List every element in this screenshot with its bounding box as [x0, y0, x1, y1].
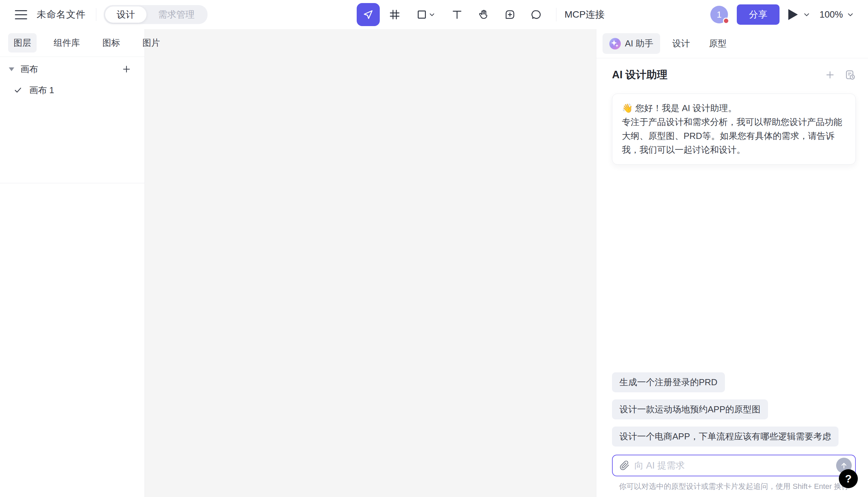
chevron-down-icon [846, 11, 854, 19]
mode-switcher: 设计 需求管理 [104, 5, 207, 24]
design-canvas[interactable] [145, 29, 596, 497]
caret-down-icon[interactable] [9, 68, 14, 71]
divider [0, 183, 144, 183]
sidebar-tab-layers[interactable]: 图层 [8, 33, 37, 53]
suggestion-chip[interactable]: 生成一个注册登录的PRD [612, 372, 725, 392]
right-panel: AI 助手 设计 原型 AI 设计助理 [596, 29, 868, 497]
document-title[interactable]: 未命名文件 [37, 8, 86, 21]
right-panel-tabs: AI 助手 设计 原型 [596, 29, 868, 58]
comment-tool-button[interactable] [525, 3, 548, 26]
new-chat-button[interactable] [825, 69, 836, 80]
arrow-up-icon [840, 461, 848, 470]
suggestion-chip[interactable]: 设计一款运动场地预约APP的原型图 [612, 399, 768, 420]
page-title: AI 设计助理 [612, 68, 825, 82]
left-sidebar: 图层 组件库 图标 图片 画布 画布 1 [0, 29, 145, 497]
sidebar-tabs: 图层 组件库 图标 图片 [0, 29, 144, 57]
tab-ai-assistant[interactable]: AI 助手 [603, 33, 660, 54]
spacer [612, 165, 856, 372]
share-button[interactable]: 分享 [737, 4, 780, 25]
hand-icon [478, 9, 489, 20]
hand-tool-button[interactable] [472, 3, 495, 26]
canvas-toolbar: MCP连接 [357, 0, 605, 29]
suggestion-chips: 生成一个注册登录的PRD 设计一款运动场地预约APP的原型图 设计一个电商APP… [612, 372, 856, 446]
comment-bubble-icon [531, 9, 542, 20]
present-button[interactable] [788, 9, 811, 20]
play-icon [788, 9, 798, 20]
sidebar-tab-components[interactable]: 组件库 [48, 33, 85, 53]
tab-design[interactable]: 设计 [105, 6, 147, 23]
cursor-icon [362, 9, 374, 20]
top-bar: 未命名文件 设计 需求管理 [0, 0, 868, 29]
prompt-hint-text: 你可以对选中的原型设计或需求卡片发起追问，使用 Shift+ Enter 换行 [612, 481, 856, 492]
tab-requirements[interactable]: 需求管理 [147, 6, 206, 23]
ai-assistant-panel: AI 设计助理 👋 您好！我是 AI 设计助理 [596, 58, 868, 497]
chevron-down-icon[interactable] [802, 11, 811, 19]
add-canvas-button[interactable] [121, 64, 132, 74]
add-resource-tool-button[interactable] [498, 3, 522, 26]
question-mark-icon: ? [845, 473, 852, 485]
avatar-label: 1 [717, 10, 721, 20]
attachment-paperclip-icon[interactable] [619, 460, 630, 471]
zoom-level: 100% [819, 10, 843, 20]
rectangle-icon [416, 9, 428, 20]
avatar[interactable]: 1 [710, 6, 728, 23]
history-icon[interactable] [844, 69, 856, 81]
text-icon [451, 9, 463, 20]
main-menu-button[interactable] [10, 4, 32, 25]
shape-tool-button[interactable] [410, 3, 442, 26]
presence-dot [723, 18, 729, 24]
list-item-canvas-1[interactable]: 画布 1 [0, 80, 144, 100]
help-button[interactable]: ? [839, 469, 858, 488]
cursor-tool-button[interactable] [357, 3, 380, 26]
ai-prompt-input[interactable] [634, 460, 831, 471]
text-tool-button[interactable] [445, 3, 469, 26]
frame-grid-icon [389, 9, 400, 20]
welcome-line-2: 专注于产品设计和需求分析，我可以帮助您设计产品功能大纲、原型图、PRD等。如果您… [622, 115, 846, 157]
hamburger-icon [15, 10, 27, 19]
shape-plus-icon [504, 9, 516, 20]
welcome-line-1: 👋 您好！我是 AI 设计助理。 [622, 101, 846, 115]
canvas-section-label: 画布 [20, 63, 121, 75]
divider [96, 8, 96, 21]
sidebar-tab-icons[interactable]: 图标 [97, 33, 125, 53]
ai-prompt-box [612, 455, 856, 476]
tab-design-properties[interactable]: 设计 [665, 33, 697, 54]
canvas-section-header: 画布 [0, 58, 144, 80]
check-icon [14, 86, 23, 95]
ai-sparkle-icon [609, 38, 621, 49]
tab-ai-assistant-label: AI 助手 [625, 38, 653, 49]
suggestion-chip[interactable]: 设计一个电商APP，下单流程应该有哪些逻辑需要考虑 [612, 427, 839, 446]
tab-prototype[interactable]: 原型 [702, 33, 733, 54]
sidebar-tab-images[interactable]: 图片 [137, 33, 165, 53]
canvas-item-label: 画布 1 [29, 84, 54, 96]
frame-tool-button[interactable] [383, 3, 406, 26]
ai-welcome-message: 👋 您好！我是 AI 设计助理。 专注于产品设计和需求分析，我可以帮助您设计产品… [612, 94, 856, 165]
mcp-connect-button[interactable]: MCP连接 [565, 8, 605, 21]
chevron-down-icon [428, 11, 436, 18]
divider [556, 8, 556, 22]
zoom-control[interactable]: 100% [819, 10, 854, 20]
